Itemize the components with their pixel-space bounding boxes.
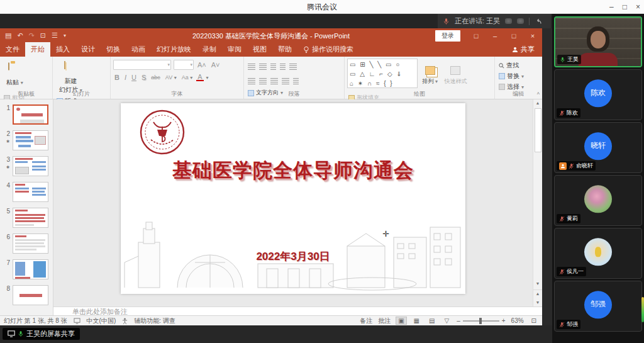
font-color-dropdown[interactable]: ▾ <box>206 75 209 81</box>
tab-transitions[interactable]: 切换 <box>101 42 126 57</box>
tab-home[interactable]: 开始 <box>25 42 50 57</box>
reaction-icon[interactable] <box>517 18 524 24</box>
accessibility-status[interactable]: 辅助功能: 调查 <box>134 317 175 325</box>
ppt-maximize-button[interactable]: □ <box>504 32 523 40</box>
participant-tile[interactable]: 邹强 邹强 <box>554 281 642 332</box>
numbering-icon[interactable] <box>259 64 267 70</box>
slide-thumbnail-3[interactable]: 3∗ <box>3 156 53 177</box>
slideshow-view-button[interactable]: ▽ <box>442 317 451 324</box>
find-button[interactable]: 查找 <box>499 61 524 70</box>
underline-button[interactable]: U <box>130 74 138 81</box>
tab-design[interactable]: 设计 <box>75 42 101 57</box>
font-name-combo[interactable]: ▾ <box>113 60 171 70</box>
slide-thumbnail-5[interactable]: 5 <box>3 208 53 228</box>
scroll-down-arrow[interactable]: ▼ <box>533 280 542 288</box>
participant-tile[interactable]: 晓轩 俞晓轩 <box>554 122 642 173</box>
tab-animations[interactable]: 动画 <box>126 42 151 57</box>
slide-thumbnail-1[interactable]: 1 <box>3 104 53 125</box>
zoom-in-button[interactable]: + <box>502 317 506 324</box>
font-size-combo[interactable]: ▾ <box>174 60 194 70</box>
slide-canvas[interactable]: 基础医学院全体导师沟通会 <box>53 99 533 306</box>
slide-thumbnail-4[interactable]: 4 <box>3 182 53 203</box>
participant-tile[interactable]: 侯凡一 <box>554 228 642 279</box>
current-slide[interactable]: 基础医学院全体导师沟通会 <box>121 103 465 294</box>
text-shadow-button[interactable]: S <box>140 74 147 81</box>
tencent-meeting-window: 腾讯会议 – □ × 正在讲话: 王昊 <box>0 0 644 343</box>
previous-slide-button[interactable]: ▲ <box>533 290 542 297</box>
justify-icon[interactable] <box>282 78 289 84</box>
ppt-minimize-button[interactable]: – <box>486 32 504 40</box>
slide-thumbnail-6[interactable]: 6 <box>3 233 53 254</box>
shrink-font-button[interactable]: A˅ <box>210 61 221 69</box>
scroll-up-arrow[interactable]: ▲ <box>533 99 542 107</box>
notes-pane[interactable]: 单击此处添加备注 <box>53 306 542 315</box>
window-maximize-button[interactable]: □ <box>623 3 627 11</box>
slide-thumbnail-7[interactable]: 7 <box>3 259 53 280</box>
slide-scrollbar[interactable]: ▲ ▼ ▲ ▼ <box>533 99 542 306</box>
reaction-icon[interactable] <box>505 18 512 24</box>
strikethrough-button[interactable]: abc <box>150 74 162 81</box>
quick-styles-button[interactable]: 快速样式 <box>442 59 469 91</box>
notes-toggle-button[interactable]: 备注 <box>360 317 372 325</box>
reading-view-button[interactable]: ▤ <box>427 317 436 324</box>
next-slide-button[interactable]: ▼ <box>533 299 542 306</box>
fit-to-window-button[interactable]: ⊡ <box>530 317 538 324</box>
screen-share-pill[interactable]: 王昊的屏幕共享 <box>3 328 80 340</box>
line-spacing-icon[interactable] <box>289 64 297 70</box>
change-case-button[interactable]: Aa ▾ <box>180 74 194 81</box>
group-label-slides: 幻灯片 <box>53 90 110 98</box>
participant-tile-video[interactable]: 王昊 <box>554 16 642 67</box>
participant-tile[interactable]: 陈欢 陈欢 <box>554 69 642 120</box>
zoom-slider[interactable] <box>463 320 499 322</box>
tab-slideshow[interactable]: 幻灯片放映 <box>151 42 197 57</box>
indent-increase-icon[interactable] <box>280 64 286 70</box>
scrollbar-thumb[interactable] <box>535 108 541 152</box>
participant-tile[interactable]: 黄莉 <box>554 175 642 226</box>
paste-button[interactable]: 粘贴 ▾ <box>3 59 27 91</box>
arrange-button[interactable]: 排列 ▾ <box>420 59 440 91</box>
share-button[interactable]: 共享 <box>504 42 542 57</box>
bold-button[interactable]: B <box>113 74 121 81</box>
bullets-icon[interactable] <box>248 64 255 70</box>
slide-thumbnail-8[interactable]: 8 <box>3 285 53 306</box>
participant-name: 陈欢 <box>567 109 578 117</box>
italic-button[interactable]: I <box>123 74 128 81</box>
slide-sorter-view-button[interactable]: ▦ <box>412 317 421 324</box>
participant-name: 侯凡一 <box>567 267 584 276</box>
columns-icon[interactable] <box>293 78 299 84</box>
tab-help[interactable]: 帮助 <box>272 42 297 57</box>
comments-toggle-button[interactable]: 批注 <box>378 317 391 325</box>
panel-scroll-indicator[interactable] <box>641 297 644 322</box>
tab-view[interactable]: 视图 <box>247 42 272 57</box>
slide-thumbnail-panel: 1 2∗ 3∗ 4 5 <box>0 99 53 315</box>
shapes-gallery[interactable]: ▭ ⊞ ╲ ╲ ▭ ○ ▭ △ ∟ ⌐ ◇ ⇓ ⌂ ✶ ∩ ≈ { } <box>347 59 418 88</box>
slide-thumbnail-2[interactable]: 2∗ <box>3 130 53 151</box>
ppt-close-button[interactable]: × <box>523 32 542 40</box>
return-arrow-icon[interactable] <box>535 18 542 25</box>
window-close-button[interactable]: × <box>636 3 640 11</box>
tab-review[interactable]: 审阅 <box>222 42 247 57</box>
mic-muted-icon <box>559 269 565 275</box>
char-spacing-button[interactable]: AV ▾ <box>164 74 178 81</box>
zoom-level[interactable]: 63% <box>511 317 524 324</box>
tell-me-search[interactable]: 操作说明搜索 <box>297 42 359 57</box>
zoom-slider-thumb[interactable] <box>479 318 482 324</box>
language-status[interactable]: 中文(中国) <box>87 317 116 325</box>
window-minimize-button[interactable]: – <box>609 3 614 11</box>
login-button[interactable]: 登录 <box>435 30 460 42</box>
replace-button[interactable]: 替换▾ <box>499 72 524 81</box>
align-center-icon[interactable] <box>259 78 267 84</box>
ribbon-display-options-icon[interactable]: □ <box>467 32 486 40</box>
tab-file[interactable]: 文件 <box>0 42 25 57</box>
normal-view-button[interactable]: ▣ <box>396 317 406 324</box>
tab-record[interactable]: 录制 <box>197 42 222 57</box>
indent-decrease-icon[interactable] <box>270 64 276 70</box>
align-left-icon[interactable] <box>248 78 255 84</box>
grow-font-button[interactable]: A˄ <box>196 61 208 69</box>
display-settings-icon[interactable] <box>74 318 80 324</box>
collapse-ribbon-icon[interactable]: ^ <box>537 91 540 98</box>
tab-insert[interactable]: 插入 <box>50 42 75 57</box>
font-color-button[interactable]: A <box>196 74 203 81</box>
align-right-icon[interactable] <box>270 78 278 84</box>
zoom-out-button[interactable]: – <box>457 317 460 324</box>
